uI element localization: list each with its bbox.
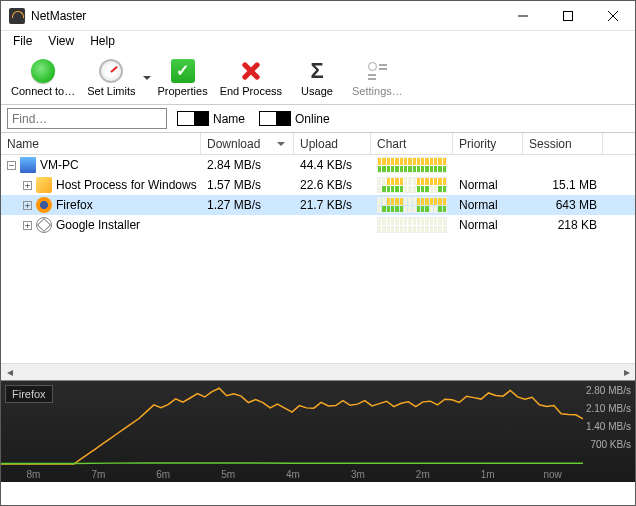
scroll-left-button[interactable]: ◂ [1,364,18,380]
toggle-name[interactable]: Name [177,111,245,126]
find-input[interactable] [7,108,167,129]
cell-chart [371,215,453,235]
switch-icon [177,111,209,126]
cell-upload: 44.4 KB/s [294,155,371,175]
expander-icon[interactable]: + [23,221,32,230]
cell-priority [453,155,523,175]
cell-chart [371,175,453,195]
cell-download: 1.57 MB/s [201,175,294,195]
table-row[interactable]: + Google Installer Normal 218 KB [1,215,635,235]
end-button[interactable]: End Process [214,53,288,103]
expander-icon[interactable]: + [23,201,32,210]
process-icon [36,177,52,193]
cell-upload: 22.6 KB/s [294,175,371,195]
chart-x-axis: 8m7m6m5m4m3m2m1mnow [1,469,585,480]
x-label: 4m [261,469,326,480]
y-label: 2.10 MB/s [586,403,631,414]
switch-icon [259,111,291,126]
usage-icon [305,59,329,83]
connect-button[interactable]: Connect to… [5,53,81,103]
end-label: End Process [220,85,282,97]
y-label: 1.40 MB/s [586,421,631,432]
expander-icon[interactable]: + [23,181,32,190]
menu-file[interactable]: File [5,32,40,50]
limits-label: Set Limits [87,85,135,97]
x-label: 5m [196,469,261,480]
cell-priority: Normal [453,215,523,235]
cell-session: 218 KB [523,215,603,235]
mini-chart [377,217,447,233]
limits-button[interactable]: Set Limits [81,53,141,103]
x-label: 2m [390,469,455,480]
cell-name: + Host Process for Windows … [1,175,201,195]
x-label: 1m [455,469,520,480]
x-label: 6m [131,469,196,480]
cell-session [523,155,603,175]
cell-session: 15.1 MB [523,175,603,195]
process-icon [36,217,52,233]
app-icon [9,8,25,24]
col-upload[interactable]: Upload [294,133,371,154]
connect-icon [31,59,55,83]
close-button[interactable] [590,1,635,31]
col-chart[interactable]: Chart [371,133,453,154]
table-row[interactable]: − VM-PC 2.84 MB/s 44.4 KB/s [1,155,635,175]
mini-chart [377,197,447,213]
minimize-button[interactable] [500,1,545,31]
settings-button: Settings… [346,53,409,103]
bandwidth-chart: Firefox 2.80 MB/s2.10 MB/s1.40 MB/s700 K… [1,380,635,482]
usage-label: Usage [301,85,333,97]
column-headers: Name Download Upload Chart Priority Sess… [1,133,635,155]
connect-label: Connect to… [11,85,75,97]
cell-download: 1.27 MB/s [201,195,294,215]
col-session[interactable]: Session [523,133,603,154]
cell-download [201,215,294,235]
title-bar: NetMaster [1,1,635,31]
table-row[interactable]: + Firefox 1.27 MB/s 21.7 KB/s Normal 643… [1,195,635,215]
chart-svg [1,381,583,466]
x-label: 3m [325,469,390,480]
props-button[interactable]: Properties [152,53,214,103]
props-icon [171,59,195,83]
window-title: NetMaster [31,9,500,23]
cell-priority: Normal [453,175,523,195]
col-download[interactable]: Download [201,133,294,154]
x-label: 7m [66,469,131,480]
y-label: 2.80 MB/s [586,385,631,396]
scroll-right-button[interactable]: ▸ [618,364,635,380]
h-scrollbar[interactable]: ◂ ▸ [1,363,635,380]
svg-rect-1 [563,11,572,20]
mini-chart [377,157,447,173]
limits-icon [99,59,123,83]
cell-download: 2.84 MB/s [201,155,294,175]
settings-icon [365,59,389,83]
usage-button[interactable]: Usage [288,53,346,103]
toolbar: Connect to… Set Limits Properties End Pr… [1,51,635,105]
process-icon [20,157,36,173]
menu-bar: File View Help [1,31,635,51]
x-label: now [520,469,585,480]
cell-name: + Firefox [1,195,201,215]
maximize-button[interactable] [545,1,590,31]
expander-icon[interactable]: − [7,161,16,170]
y-label: 700 KB/s [590,439,631,450]
props-label: Properties [158,85,208,97]
cell-name: − VM-PC [1,155,201,175]
scroll-track[interactable] [18,364,618,380]
end-icon [239,59,263,83]
cell-chart [371,195,453,215]
toggle-online[interactable]: Online [259,111,330,126]
process-list: − VM-PC 2.84 MB/s 44.4 KB/s + Host Proce… [1,155,635,363]
limits-dropdown[interactable] [142,53,152,103]
cell-chart [371,155,453,175]
menu-help[interactable]: Help [82,32,123,50]
menu-view[interactable]: View [40,32,82,50]
col-name[interactable]: Name [1,133,201,154]
settings-label: Settings… [352,85,403,97]
table-row[interactable]: + Host Process for Windows … 1.57 MB/s 2… [1,175,635,195]
col-priority[interactable]: Priority [453,133,523,154]
filter-bar: NameOnline [1,105,635,133]
cell-priority: Normal [453,195,523,215]
x-label: 8m [1,469,66,480]
cell-name: + Google Installer [1,215,201,235]
